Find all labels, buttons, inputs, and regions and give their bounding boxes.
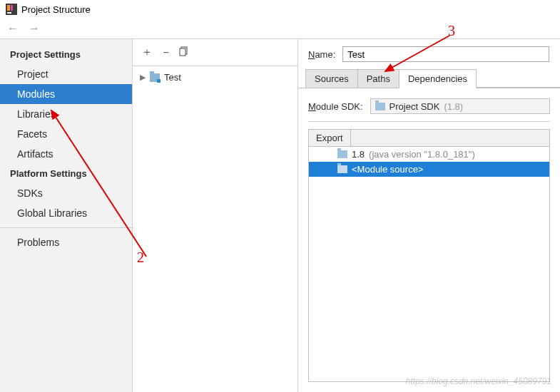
sidebar-separator <box>0 227 132 228</box>
dependency-row-module-source[interactable]: <Module source> <box>309 162 549 177</box>
svg-rect-5 <box>180 48 185 56</box>
module-sdk-label: Module SDK: <box>308 101 363 112</box>
sidebar-item-problems[interactable]: Problems <box>0 232 132 252</box>
tab-dependencies[interactable]: Dependencies <box>399 69 477 88</box>
sidebar-item-global-libraries[interactable]: Global Libraries <box>0 203 132 223</box>
app-icon <box>6 4 17 15</box>
dep-label: 1.8 <box>352 149 365 160</box>
module-tree: ▶ Test <box>133 66 297 88</box>
dependencies-body: 1.8 (java version "1.8.0_181") <Module s… <box>309 147 549 381</box>
annotation-label-2: 2 <box>137 249 144 266</box>
detail-tabs: Sources Paths Dependencies <box>298 69 560 88</box>
svg-rect-2 <box>11 5 13 11</box>
dep-hint: (java version "1.8.0_181") <box>369 149 475 160</box>
folder-icon <box>337 165 347 173</box>
tabs-spacer <box>476 69 560 88</box>
module-folder-icon <box>150 73 160 82</box>
dependency-row-sdk[interactable]: 1.8 (java version "1.8.0_181") <box>309 147 549 162</box>
name-label: Name: <box>308 49 335 60</box>
export-column[interactable]: Export <box>309 130 351 146</box>
folder-icon <box>337 150 347 158</box>
module-list-panel: ＋ − ▶ Test <box>133 39 298 392</box>
module-name-input[interactable] <box>342 46 549 62</box>
module-toolbar: ＋ − <box>133 39 297 66</box>
svg-rect-1 <box>7 5 10 11</box>
back-icon[interactable]: ← <box>6 22 20 35</box>
dep-label: <Module source> <box>352 164 423 175</box>
remove-icon[interactable]: − <box>163 46 169 59</box>
tab-sources[interactable]: Sources <box>305 69 358 88</box>
chevron-right-icon[interactable]: ▶ <box>140 73 146 82</box>
tree-label: Test <box>164 72 181 83</box>
sidebar-item-sdks[interactable]: SDKs <box>0 183 132 203</box>
annotation-label-3: 3 <box>448 23 455 39</box>
sdk-value: Project SDK <box>390 101 440 112</box>
forward-icon[interactable]: → <box>27 22 41 35</box>
tab-paths[interactable]: Paths <box>357 69 399 88</box>
dependencies-header: Export <box>309 130 549 147</box>
svg-rect-3 <box>7 12 11 14</box>
copy-icon[interactable] <box>179 46 189 59</box>
dependencies-table: Export 1.8 (java version "1.8.0_181") <M… <box>308 129 550 382</box>
tree-item-test[interactable]: ▶ Test <box>140 71 290 84</box>
detail-panel: Name: Sources Paths Dependencies Module … <box>298 39 560 392</box>
name-row: Name: <box>298 39 560 69</box>
sidebar-item-facets[interactable]: Facets <box>0 124 132 144</box>
module-sdk-select[interactable]: Project SDK (1.8) <box>370 98 550 114</box>
sidebar-heading-project: Project Settings <box>0 45 132 64</box>
sidebar-item-libraries[interactable]: Libraries <box>0 104 132 124</box>
sdk-hint: (1.8) <box>444 101 463 112</box>
sdk-folder-icon <box>375 103 385 110</box>
sidebar-item-modules[interactable]: Modules <box>0 84 132 104</box>
main-layout: Project Settings Project Modules Librari… <box>0 38 560 392</box>
dependencies-tab-content: Module SDK: Project SDK (1.8) Export 1.8… <box>298 88 560 392</box>
sidebar-item-project[interactable]: Project <box>0 64 132 84</box>
nav-toolbar: ← → <box>0 19 560 38</box>
window-title: Project Structure <box>21 4 91 15</box>
sidebar-heading-platform: Platform Settings <box>0 164 132 183</box>
sidebar-item-artifacts[interactable]: Artifacts <box>0 144 132 164</box>
watermark: https://blog.csdn.net/weixin_45089791 <box>406 376 551 386</box>
sidebar: Project Settings Project Modules Librari… <box>0 39 133 392</box>
module-sdk-row: Module SDK: Project SDK (1.8) <box>308 98 550 122</box>
titlebar: Project Structure <box>0 0 560 19</box>
add-icon[interactable]: ＋ <box>141 45 153 60</box>
